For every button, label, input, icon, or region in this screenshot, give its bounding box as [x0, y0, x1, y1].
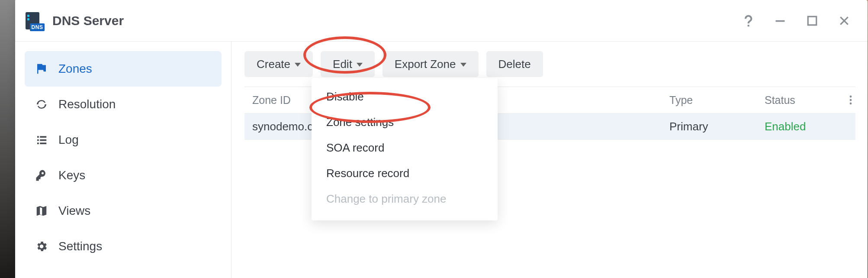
flag-icon — [34, 62, 49, 75]
cell-status: Enabled — [757, 120, 838, 133]
svg-rect-0 — [776, 20, 785, 22]
maximize-icon[interactable] — [804, 13, 820, 29]
sidebar-item-label: Zones — [58, 62, 92, 76]
svg-point-3 — [850, 99, 852, 101]
delete-button[interactable]: Delete — [486, 51, 543, 77]
chevron-down-icon — [295, 63, 301, 67]
create-button[interactable]: Create — [244, 51, 313, 77]
button-label: Export Zone — [395, 58, 456, 71]
dropdown-item-soa-record[interactable]: SOA record — [312, 135, 498, 161]
column-menu-icon[interactable] — [838, 95, 855, 105]
sidebar-item-settings[interactable]: Settings — [25, 229, 222, 264]
sidebar-item-zones[interactable]: Zones — [25, 51, 222, 87]
sidebar-item-log[interactable]: Log — [25, 122, 222, 158]
edit-button[interactable]: Edit — [321, 51, 375, 77]
sidebar-item-label: Log — [58, 133, 79, 147]
sidebar-item-keys[interactable]: Keys — [25, 158, 222, 193]
toolbar: Create Edit Export Zone Delete — [244, 51, 855, 77]
sidebar-item-label: Resolution — [58, 97, 116, 111]
chevron-down-icon — [357, 63, 363, 67]
edit-dropdown: Disable Zone settings SOA record Resourc… — [312, 78, 498, 220]
window-controls — [740, 13, 859, 29]
dropdown-item-disable[interactable]: Disable — [312, 84, 498, 110]
column-type[interactable]: Type — [662, 94, 757, 107]
svg-rect-1 — [808, 16, 817, 25]
dropdown-item-resource-record[interactable]: Resource record — [312, 161, 498, 186]
button-label: Edit — [333, 58, 352, 71]
sidebar-item-label: Settings — [58, 239, 102, 253]
dropdown-item-change-to-primary-zone: Change to primary zone — [312, 186, 498, 212]
button-label: Delete — [498, 58, 531, 71]
close-icon[interactable] — [836, 13, 852, 29]
app-window: DNS DNS Server — [15, 0, 868, 278]
export-zone-button[interactable]: Export Zone — [383, 51, 479, 77]
chevron-down-icon — [460, 63, 466, 67]
gear-icon — [34, 240, 49, 253]
sidebar-item-label: Keys — [58, 168, 85, 182]
svg-point-4 — [850, 103, 852, 105]
app-icon: DNS — [24, 12, 45, 29]
app-title: DNS Server — [52, 13, 124, 28]
column-status[interactable]: Status — [757, 94, 838, 107]
minimize-icon[interactable] — [772, 13, 788, 29]
sidebar-item-views[interactable]: Views — [25, 193, 222, 229]
titlebar: DNS DNS Server — [15, 0, 868, 42]
content-pane: Create Edit Export Zone Delete — [231, 42, 868, 278]
key-icon — [34, 169, 49, 182]
refresh-icon — [34, 98, 49, 111]
cell-type: Primary — [662, 120, 757, 133]
map-icon — [34, 204, 49, 217]
sidebar: Zones Resolution Log — [15, 42, 231, 278]
sidebar-item-resolution[interactable]: Resolution — [25, 87, 222, 122]
list-icon — [34, 133, 49, 146]
svg-point-2 — [850, 96, 852, 98]
sidebar-item-label: Views — [58, 204, 90, 218]
dropdown-item-zone-settings[interactable]: Zone settings — [312, 110, 498, 135]
help-icon[interactable] — [740, 13, 756, 29]
button-label: Create — [257, 58, 290, 71]
